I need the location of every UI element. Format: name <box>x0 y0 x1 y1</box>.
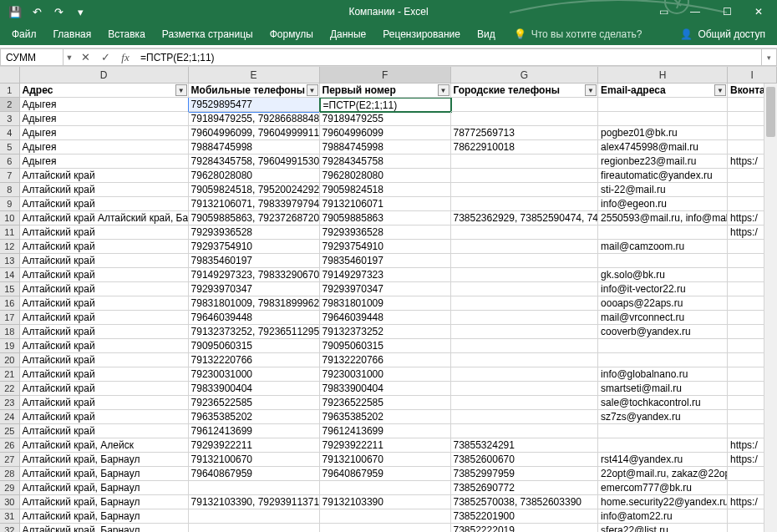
cell-g27[interactable]: 73852600670 <box>451 453 599 467</box>
row-header-5[interactable]: 5 <box>0 140 20 155</box>
cell-g25[interactable] <box>451 424 599 438</box>
cell-d29[interactable]: Алтайский край, Барнаул <box>20 481 189 495</box>
vertical-scrollbar[interactable] <box>764 84 777 532</box>
cell-e14[interactable]: 79149297323, 79833290670 <box>189 268 320 282</box>
cell-f12[interactable]: 79293754910 <box>320 240 451 254</box>
cell-f10[interactable]: 79059885863 <box>320 211 451 225</box>
cell-h5[interactable]: alex4745998@mail.ru <box>598 140 728 155</box>
cell-d10[interactable]: Алтайский край Алтайский край, Барна <box>20 211 189 225</box>
row-header-25[interactable]: 25 <box>0 424 20 438</box>
row-header-12[interactable]: 12 <box>0 240 20 254</box>
tab-page-layout[interactable]: Разметка страницы <box>154 24 262 44</box>
cell-f31[interactable] <box>320 509 451 524</box>
cell-h24[interactable]: sz7zs@yandex.ru <box>598 410 728 424</box>
row-header-13[interactable]: 13 <box>0 254 20 268</box>
cell-e30[interactable]: 79132103390, 79293911371 <box>189 495 320 509</box>
cell-d4[interactable]: Адыгея <box>20 126 189 140</box>
row-header-9[interactable]: 9 <box>0 197 20 211</box>
cell-f15[interactable]: 79293970347 <box>320 282 451 296</box>
filter-dropdown-icon[interactable]: ▼ <box>175 84 187 96</box>
cell-g12[interactable] <box>451 240 599 254</box>
cell-d27[interactable]: Алтайский край, Барнаул <box>20 453 189 467</box>
cell-d15[interactable]: Алтайский край <box>20 282 189 296</box>
qat-save[interactable]: 💾 <box>5 2 25 22</box>
cell-f32[interactable] <box>320 524 451 532</box>
cell-d32[interactable]: Алтайский край, Барнаул <box>20 524 189 532</box>
cell-f2[interactable]: =ПСТР(E2;1;11) <box>320 98 451 112</box>
cell-d18[interactable]: Алтайский край <box>20 325 189 339</box>
cell-h21[interactable]: info@globalnano.ru <box>598 367 728 382</box>
cell-e10[interactable]: 79059885863, 79237268720, 7953 <box>189 211 320 225</box>
cell-h15[interactable]: info@it-vector22.ru <box>598 282 728 296</box>
table-header-f[interactable]: Первый номер▼ <box>320 84 451 98</box>
cell-d23[interactable]: Алтайский край <box>20 396 189 410</box>
cell-f18[interactable]: 79132373252 <box>320 325 451 339</box>
qat-undo[interactable]: ↶ <box>27 2 47 22</box>
cell-d14[interactable]: Алтайский край <box>20 268 189 282</box>
cell-g15[interactable] <box>451 282 599 296</box>
cell-f16[interactable]: 79831801009 <box>320 296 451 311</box>
cell-e22[interactable]: 79833900404 <box>189 382 320 396</box>
cell-f30[interactable]: 79132103390 <box>320 495 451 509</box>
cell-d2[interactable]: Адыгея <box>20 98 189 112</box>
col-header-e[interactable]: E <box>189 67 320 83</box>
row-header-14[interactable]: 14 <box>0 268 20 282</box>
cell-d6[interactable]: Адыгея <box>20 155 189 169</box>
cell-f26[interactable]: 79293922211 <box>320 438 451 453</box>
tab-review[interactable]: Рецензирование <box>374 24 469 44</box>
maximize-button[interactable]: ☐ <box>712 2 742 22</box>
cell-h13[interactable] <box>598 254 728 268</box>
col-header-h[interactable]: H <box>598 67 728 83</box>
cell-g8[interactable] <box>451 183 599 197</box>
row-header-20[interactable]: 20 <box>0 353 20 367</box>
col-header-d[interactable]: D <box>20 67 189 83</box>
cell-g2[interactable] <box>451 98 599 112</box>
cell-g16[interactable] <box>451 296 599 311</box>
cell-h17[interactable]: mail@vrconnect.ru <box>598 311 728 325</box>
cell-d16[interactable]: Алтайский край <box>20 296 189 311</box>
cell-d12[interactable]: Алтайский край <box>20 240 189 254</box>
cell-g3[interactable] <box>451 112 599 126</box>
cell-g19[interactable] <box>451 339 599 353</box>
cell-h14[interactable]: gk.solo@bk.ru <box>598 268 728 282</box>
filter-dropdown-icon[interactable]: ▼ <box>714 84 726 96</box>
cell-d17[interactable]: Алтайский край <box>20 311 189 325</box>
cell-d22[interactable]: Алтайский край <box>20 382 189 396</box>
row-header-11[interactable]: 11 <box>0 225 20 240</box>
cell-e16[interactable]: 79831801009, 79831899962 <box>189 296 320 311</box>
col-header-g[interactable]: G <box>451 67 599 83</box>
cell-h30[interactable]: home.security22@yandex.ru, sa <box>598 495 728 509</box>
row-header-1[interactable]: 1 <box>0 84 20 98</box>
cell-h22[interactable]: smartseti@mail.ru <box>598 382 728 396</box>
cell-g23[interactable] <box>451 396 599 410</box>
cell-f23[interactable]: 79236522585 <box>320 396 451 410</box>
cell-e21[interactable]: 79230031000 <box>189 367 320 382</box>
cell-g17[interactable] <box>451 311 599 325</box>
cell-e13[interactable]: 79835460197 <box>189 254 320 268</box>
cell-h6[interactable]: regionbez23@mail.ru <box>598 155 728 169</box>
cell-d20[interactable]: Алтайский край <box>20 353 189 367</box>
cell-h4[interactable]: pogbez01@bk.ru <box>598 126 728 140</box>
cell-d13[interactable]: Алтайский край <box>20 254 189 268</box>
formula-expand[interactable]: ▾ <box>762 48 777 66</box>
cell-f21[interactable]: 79230031000 <box>320 367 451 382</box>
row-header-32[interactable]: 32 <box>0 524 20 532</box>
cell-h10[interactable]: 2550593@mail.ru, info@maks-p <box>598 211 728 225</box>
cell-e31[interactable] <box>189 509 320 524</box>
cell-e7[interactable]: 79628028080 <box>189 169 320 183</box>
cell-d11[interactable]: Алтайский край <box>20 225 189 240</box>
table-header-d[interactable]: Адрес▼ <box>20 84 189 98</box>
insert-function[interactable]: fx <box>115 48 135 66</box>
cell-f24[interactable]: 79635385202 <box>320 410 451 424</box>
cell-d7[interactable]: Алтайский край <box>20 169 189 183</box>
row-header-10[interactable]: 10 <box>0 211 20 225</box>
cell-g5[interactable]: 78622910018 <box>451 140 599 155</box>
cell-g31[interactable]: 73852201900 <box>451 509 599 524</box>
cell-g21[interactable] <box>451 367 599 382</box>
col-header-f[interactable]: F <box>320 67 451 83</box>
cell-f5[interactable]: 79884745998 <box>320 140 451 155</box>
cell-f28[interactable]: 79640867959 <box>320 467 451 481</box>
filter-dropdown-icon[interactable]: ▼ <box>438 84 449 96</box>
cell-g20[interactable] <box>451 353 599 367</box>
cell-h16[interactable]: oooaps@22aps.ru <box>598 296 728 311</box>
